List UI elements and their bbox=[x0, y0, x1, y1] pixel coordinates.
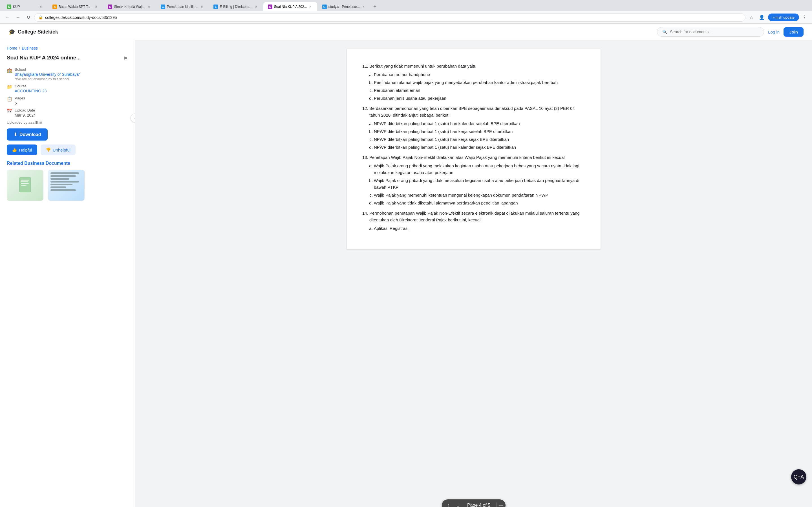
download-label: Download bbox=[19, 132, 41, 137]
page-prev-button[interactable]: ↑ bbox=[444, 501, 453, 507]
meta-pages: 📋 Pages 5 bbox=[7, 96, 128, 105]
tab-close-soal[interactable]: × bbox=[308, 4, 312, 9]
address-bar[interactable]: 🔒 collegesidekick.com/study-docs/5351395 bbox=[34, 13, 746, 22]
related-category[interactable]: Business bbox=[24, 161, 44, 166]
page-next-button[interactable]: ↓ bbox=[453, 501, 463, 507]
line-4 bbox=[50, 181, 79, 182]
course-icon: 📁 bbox=[7, 84, 12, 90]
related-docs bbox=[7, 170, 128, 201]
page-of: of bbox=[483, 503, 486, 507]
helpful-label: Helpful bbox=[19, 148, 32, 152]
flag-button[interactable]: ⚑ bbox=[123, 55, 128, 62]
tab-title-ebilling: E-Billing | Direktorat... bbox=[220, 5, 252, 9]
breadcrumb-home[interactable]: Home bbox=[7, 46, 17, 50]
uploaded-by: Uploaded by aaallllliiii bbox=[7, 120, 128, 124]
line-3 bbox=[50, 178, 69, 180]
more-options-button[interactable]: ⋮ bbox=[800, 13, 809, 22]
breadcrumb-business[interactable]: Business bbox=[22, 46, 38, 50]
tab-kup[interactable]: K KUP × bbox=[2, 2, 47, 11]
course-name[interactable]: ACCOUNTING 23 bbox=[15, 89, 47, 93]
question-13-text: Penetapan Wajib Pajak Non-Efektif dilaku… bbox=[369, 155, 566, 160]
search-input[interactable] bbox=[670, 30, 759, 34]
line-2 bbox=[50, 175, 76, 177]
site-logo[interactable]: 🎓 College Sidekick bbox=[8, 29, 58, 35]
site-name: College Sidekick bbox=[18, 29, 58, 35]
meta-upload: 📅 Upload Date Mar 9, 2024 bbox=[7, 108, 128, 117]
upload-icon: 📅 bbox=[7, 108, 12, 114]
question-11: Berikut yang tidak memenuhi untuk peruba… bbox=[369, 63, 583, 102]
sidebar: ‹ Home / Business Soal Nia KUP A 2024 on… bbox=[0, 40, 135, 507]
svg-rect-5 bbox=[21, 185, 27, 186]
unhelpful-button[interactable]: 👎 Unhelpful bbox=[41, 145, 75, 155]
question-12-options: NPWP diterbitkan paling lambat 1 (satu) … bbox=[369, 120, 583, 151]
school-name[interactable]: Bhayangkara University of Surabaya* bbox=[15, 72, 80, 76]
tab-favicon-kup: K bbox=[7, 4, 11, 9]
download-icon: ⬇ bbox=[13, 132, 17, 137]
svg-rect-3 bbox=[21, 181, 28, 182]
question-13-options: Wajib Pajak orang pribadi yang melakukan… bbox=[369, 163, 583, 207]
collapse-sidebar-button[interactable]: ‹ bbox=[131, 114, 135, 122]
new-tab-button[interactable]: + bbox=[370, 2, 379, 11]
question-14: Permohonan penetapan Wajib Pajak Non-Efe… bbox=[369, 210, 583, 232]
option-11d: Perubahan jenis usaha atau pekerjaan bbox=[374, 95, 583, 102]
search-bar[interactable]: 🔍 bbox=[657, 27, 764, 37]
back-button[interactable]: ← bbox=[3, 13, 12, 22]
question-list: Berikut yang tidak memenuhi untuk peruba… bbox=[364, 63, 583, 232]
tab-close-batas[interactable]: × bbox=[94, 4, 98, 9]
option-14a: Aplikasi Registrasi; bbox=[374, 225, 583, 232]
join-button[interactable]: Join bbox=[783, 27, 804, 37]
school-note: *We are not endorsed by this school bbox=[15, 77, 80, 81]
download-button[interactable]: ⬇ Download bbox=[7, 128, 48, 140]
tab-pembuatan[interactable]: G Pembuatan id billin... × bbox=[156, 2, 209, 11]
line-6 bbox=[50, 186, 66, 188]
helpful-icon: 👍 bbox=[12, 147, 17, 152]
tab-close-kup[interactable]: × bbox=[39, 4, 43, 9]
tab-favicon-batas: B bbox=[52, 4, 57, 9]
related-doc-1[interactable] bbox=[7, 170, 43, 201]
page-total: 5 bbox=[488, 503, 490, 507]
school-icon: 🏫 bbox=[7, 68, 12, 73]
tab-close-study[interactable]: × bbox=[361, 4, 365, 9]
search-icon: 🔍 bbox=[662, 30, 667, 34]
tab-ebilling[interactable]: E E-Billing | Direktorat... × bbox=[209, 2, 262, 11]
option-13b: Wajib Pajak orang pribadi yang tidak mel… bbox=[374, 177, 583, 191]
option-12b: NPWP diterbitkan paling lambat 1 (satu) … bbox=[374, 128, 583, 135]
qa-button[interactable]: Q+A bbox=[791, 469, 806, 485]
feedback-buttons: 👍 Helpful 👎 Unhelpful bbox=[7, 145, 128, 155]
bookmark-button[interactable]: ☆ bbox=[747, 13, 756, 22]
helpful-button[interactable]: 👍 Helpful bbox=[7, 145, 37, 155]
doc-thumb-1 bbox=[7, 170, 43, 201]
related-header: Related Business Documents bbox=[7, 161, 128, 166]
login-button[interactable]: Log in bbox=[768, 30, 779, 34]
pages-icon: 📋 bbox=[7, 96, 12, 102]
page-navigation: ↑ ↓ Page 4 of 5 — bbox=[442, 499, 506, 507]
forward-button[interactable]: → bbox=[13, 13, 22, 22]
tab-study[interactable]: G study.x - Penelusur... × bbox=[318, 2, 370, 11]
doc-title-text: Soal Nia KUP A 2024 online... bbox=[7, 54, 81, 61]
nav-divider bbox=[497, 503, 497, 507]
tab-batas[interactable]: B Batas Waktu SPT Ta... × bbox=[48, 2, 103, 11]
question-12: Berdasarkan permohonan yang telah diberi… bbox=[369, 105, 583, 151]
tab-simak[interactable]: S Simak Kriteria Waji... × bbox=[103, 2, 155, 11]
meta-course: 📁 Course ACCOUNTING 23 bbox=[7, 84, 128, 93]
tab-title-simak: Simak Kriteria Waji... bbox=[114, 5, 145, 9]
question-13: Penetapan Wajib Pajak Non-Efektif dilaku… bbox=[369, 154, 583, 207]
question-11-text: Berikut yang tidak memenuhi untuk peruba… bbox=[369, 64, 476, 68]
tab-soal[interactable]: S Soal Nia KUP A 202... × bbox=[263, 2, 317, 11]
profile-button[interactable]: 👤 bbox=[757, 13, 767, 22]
option-13c: Wajib Pajak yang memenuhi ketentuan meng… bbox=[374, 192, 583, 199]
related-prefix: Related bbox=[7, 161, 23, 166]
related-doc-2[interactable] bbox=[48, 170, 85, 201]
question-11-options: Perubahan nomor handphone Pemindahan ala… bbox=[369, 71, 583, 102]
tab-close-simak[interactable]: × bbox=[147, 4, 151, 9]
tab-close-ebilling[interactable]: × bbox=[254, 4, 258, 9]
toolbar-actions: ☆ 👤 Finish update ⋮ bbox=[747, 13, 809, 22]
tab-favicon-pembuatan: G bbox=[161, 4, 165, 9]
option-11b: Pemindahan alamat wajib pajak yang menye… bbox=[374, 79, 583, 86]
breadcrumb: Home / Business bbox=[7, 46, 128, 50]
finish-update-button[interactable]: Finish update bbox=[768, 13, 799, 21]
page-content: ‹ Home / Business Soal Nia KUP A 2024 on… bbox=[0, 40, 812, 507]
tab-close-pembuatan[interactable]: × bbox=[200, 4, 204, 9]
question-12-text: Berdasarkan permohonan yang telah diberi… bbox=[369, 106, 575, 117]
refresh-button[interactable]: ↻ bbox=[24, 13, 33, 22]
